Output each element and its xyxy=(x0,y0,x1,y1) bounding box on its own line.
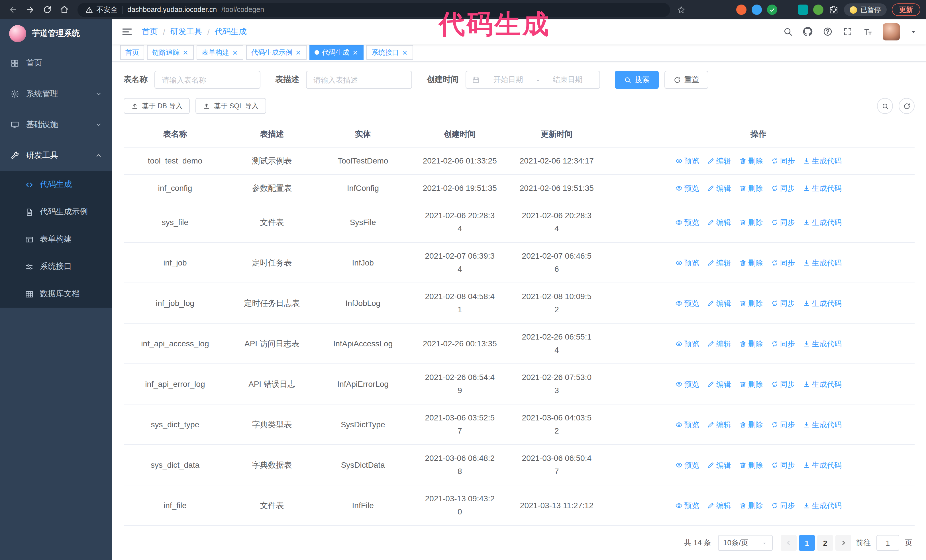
user-avatar[interactable] xyxy=(883,23,900,41)
sidebar-item-infrastructure[interactable]: 基础设施 xyxy=(0,109,112,140)
page-size-select[interactable]: 10条/页 xyxy=(718,535,773,551)
create-time-range-picker[interactable]: 开始日期 - 结束日期 xyxy=(466,71,600,89)
sidebar-subitem-codegen[interactable]: 代码生成 xyxy=(0,171,112,198)
edit-link[interactable]: 编辑 xyxy=(707,182,731,195)
edit-link[interactable]: 编辑 xyxy=(707,337,731,350)
edit-link[interactable]: 编辑 xyxy=(707,418,731,431)
delete-link[interactable]: 删除 xyxy=(739,296,763,309)
delete-link[interactable]: 删除 xyxy=(739,458,763,471)
sidebar-subitem-system-api[interactable]: 系统接口 xyxy=(0,253,112,280)
sync-link[interactable]: 同步 xyxy=(771,182,795,195)
bookmark-star-button[interactable] xyxy=(673,2,688,17)
generate-code-link[interactable]: 生成代码 xyxy=(803,256,842,269)
sidebar-item-home[interactable]: 首页 xyxy=(0,48,112,78)
delete-link[interactable]: 删除 xyxy=(739,182,763,195)
extension-icon[interactable] xyxy=(752,5,762,15)
security-indicator[interactable]: 不安全 xyxy=(85,5,118,15)
import-sql-button[interactable]: 基于 SQL 导入 xyxy=(196,98,266,114)
preview-link[interactable]: 预览 xyxy=(675,418,699,431)
preview-link[interactable]: 预览 xyxy=(675,296,699,309)
preview-link[interactable]: 预览 xyxy=(675,256,699,269)
edit-link[interactable]: 编辑 xyxy=(707,377,731,391)
tab-form-builder[interactable]: 表单构建 xyxy=(197,45,243,60)
generate-code-link[interactable]: 生成代码 xyxy=(803,499,842,512)
generate-code-link[interactable]: 生成代码 xyxy=(803,296,842,309)
generate-code-link[interactable]: 生成代码 xyxy=(803,337,842,350)
sync-link[interactable]: 同步 xyxy=(771,418,795,431)
prev-page-button[interactable] xyxy=(781,535,797,551)
close-icon[interactable] xyxy=(352,50,359,56)
table-desc-input[interactable] xyxy=(306,71,412,89)
sidebar-subitem-codegen-example[interactable]: 代码生成示例 xyxy=(0,198,112,226)
sync-link[interactable]: 同步 xyxy=(771,337,795,350)
preview-link[interactable]: 预览 xyxy=(675,499,699,512)
page-button-2[interactable]: 2 xyxy=(817,535,833,551)
edit-link[interactable]: 编辑 xyxy=(707,216,731,229)
font-size-icon[interactable] xyxy=(863,27,872,37)
generate-code-link[interactable]: 生成代码 xyxy=(803,418,842,431)
tab-home[interactable]: 首页 xyxy=(120,45,144,60)
reload-button[interactable] xyxy=(40,2,55,17)
update-button[interactable]: 更新 xyxy=(892,3,920,16)
delete-link[interactable]: 删除 xyxy=(739,377,763,391)
page-button-1[interactable]: 1 xyxy=(799,535,815,551)
sync-link[interactable]: 同步 xyxy=(771,296,795,309)
extension-icon[interactable] xyxy=(736,5,746,15)
address-bar[interactable]: 不安全 dashboard.yudao.iocoder.cn/tool/code… xyxy=(77,3,670,17)
sidebar-item-system-management[interactable]: 系统管理 xyxy=(0,78,112,109)
sync-link[interactable]: 同步 xyxy=(771,216,795,229)
sidebar-subitem-db-docs[interactable]: 数据库文档 xyxy=(0,280,112,308)
delete-link[interactable]: 删除 xyxy=(739,216,763,229)
generate-code-link[interactable]: 生成代码 xyxy=(803,182,842,195)
sync-link[interactable]: 同步 xyxy=(771,377,795,391)
sync-link[interactable]: 同步 xyxy=(771,256,795,269)
edit-link[interactable]: 编辑 xyxy=(707,256,731,269)
extension-icon[interactable] xyxy=(798,5,808,15)
generate-code-link[interactable]: 生成代码 xyxy=(803,377,842,391)
edit-link[interactable]: 编辑 xyxy=(707,296,731,309)
sync-link[interactable]: 同步 xyxy=(771,458,795,471)
sidebar-subitem-form-builder[interactable]: 表单构建 xyxy=(0,226,112,253)
edit-link[interactable]: 编辑 xyxy=(707,458,731,471)
import-db-button[interactable]: 基于 DB 导入 xyxy=(124,98,190,114)
paused-badge[interactable]: 已暂停 xyxy=(844,3,887,16)
extension-icon[interactable] xyxy=(782,5,793,15)
delete-link[interactable]: 删除 xyxy=(739,418,763,431)
tab-codegen-example[interactable]: 代码生成示例 xyxy=(246,45,307,60)
search-button[interactable]: 搜索 xyxy=(615,71,659,89)
close-icon[interactable] xyxy=(402,50,408,56)
toggle-search-button[interactable] xyxy=(877,98,893,114)
puzzle-icon[interactable] xyxy=(829,5,839,15)
sync-link[interactable]: 同步 xyxy=(771,499,795,512)
close-icon[interactable] xyxy=(295,50,301,56)
generate-code-link[interactable]: 生成代码 xyxy=(803,216,842,229)
home-button[interactable] xyxy=(57,2,72,17)
reset-button[interactable]: 重置 xyxy=(664,71,708,89)
delete-link[interactable]: 删除 xyxy=(739,337,763,350)
tab-system-api[interactable]: 系统接口 xyxy=(366,45,413,60)
table-name-input[interactable] xyxy=(154,71,260,89)
help-icon[interactable] xyxy=(823,27,832,37)
breadcrumb-dev-tools[interactable]: 研发工具 xyxy=(170,27,202,37)
close-icon[interactable] xyxy=(182,50,189,56)
next-page-button[interactable] xyxy=(835,535,851,551)
sync-link[interactable]: 同步 xyxy=(771,154,795,168)
preview-link[interactable]: 预览 xyxy=(675,377,699,391)
preview-link[interactable]: 预览 xyxy=(675,216,699,229)
caret-down-icon[interactable] xyxy=(910,29,917,35)
preview-link[interactable]: 预览 xyxy=(675,182,699,195)
preview-link[interactable]: 预览 xyxy=(675,458,699,471)
tab-trace[interactable]: 链路追踪 xyxy=(147,45,194,60)
delete-link[interactable]: 删除 xyxy=(739,499,763,512)
goto-page-input[interactable] xyxy=(876,535,899,551)
delete-link[interactable]: 删除 xyxy=(739,154,763,168)
back-button[interactable] xyxy=(6,2,21,17)
breadcrumb-home[interactable]: 首页 xyxy=(142,27,158,37)
preview-link[interactable]: 预览 xyxy=(675,337,699,350)
edit-link[interactable]: 编辑 xyxy=(707,499,731,512)
extension-icon[interactable] xyxy=(813,5,823,15)
generate-code-link[interactable]: 生成代码 xyxy=(803,154,842,168)
edit-link[interactable]: 编辑 xyxy=(707,154,731,168)
github-icon[interactable] xyxy=(803,27,813,37)
sidebar-toggle-button[interactable] xyxy=(121,26,133,38)
